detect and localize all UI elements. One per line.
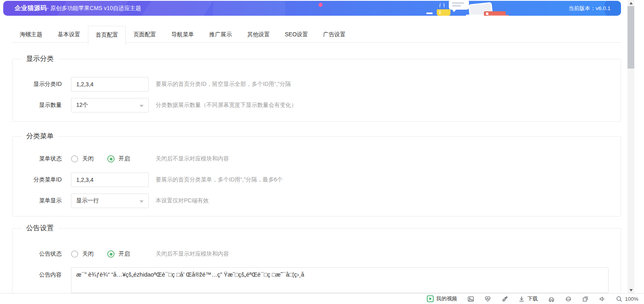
form-row-announcement-status: 公告状态 关闭 开启 关闭后不显示对应模块和内容 [13, 247, 229, 261]
banner-circle-decoration [213, 1, 286, 16]
steam-icon [443, 3, 445, 8]
tab-page-config[interactable]: 页面配置 [126, 26, 164, 43]
ie-swirl-icon [565, 296, 572, 302]
radio-label[interactable]: 关闭 [82, 155, 94, 162]
radio-icon[interactable] [71, 250, 78, 258]
display-count-select[interactable]: 12个 [71, 98, 149, 112]
field-label: 公告状态 [13, 250, 62, 258]
my-videos-label[interactable]: 我的视频 [436, 295, 457, 302]
radio-option-off[interactable]: 关闭 [71, 155, 94, 162]
field-label: 菜单状态 [13, 155, 62, 162]
screenshot-button[interactable] [467, 296, 474, 302]
download-icon [518, 296, 525, 302]
tab-other-settings[interactable]: 其他设置 [240, 26, 277, 43]
chat-bubble-tail [452, 9, 456, 12]
radio-option-off[interactable]: 关闭 [71, 250, 94, 258]
field-hint: 分类数据展示数量（不同屏幕宽度下显示数量会有变化） [156, 102, 297, 109]
radio-option-on[interactable]: 开启 [107, 250, 130, 258]
picture-icon [467, 296, 474, 302]
field-label: 公告内容 [13, 267, 62, 282]
page-zoom-control[interactable]: 100% [616, 296, 638, 302]
vertical-scrollbar[interactable] [627, 0, 634, 293]
radio-label[interactable]: 开启 [119, 155, 130, 162]
tab-seo-settings[interactable]: SEO设置 [277, 26, 315, 43]
compat-mode-button[interactable] [565, 296, 572, 302]
announcement-content-textarea[interactable]: æ¯” è¾ƒè¾“ “å…¥çš„ézhidaoªŒè¯□ç □å’ Œå®ž… [71, 267, 609, 293]
section-legend: 分类菜单 [22, 131, 58, 141]
brand-name: 企业猫源码 [15, 4, 47, 12]
pink-dot-decoration [319, 3, 323, 7]
tab-promo-display[interactable]: 推广展示 [202, 26, 240, 43]
zoom-level-label[interactable]: 100% [625, 296, 638, 302]
field-label: 显示分类ID [13, 81, 62, 88]
chevron-down-icon [140, 105, 144, 107]
select-value: 12个 [76, 102, 88, 109]
scroll-down-arrow[interactable] [627, 287, 634, 293]
app-title: 企业猫源码 - 原创多功能苹果CMS v10自适应主题 [15, 1, 141, 16]
section-legend: 公告设置 [22, 223, 58, 233]
download-label[interactable]: 下载 [527, 295, 538, 302]
reading-mode-icon [582, 296, 589, 302]
magnifier-icon [616, 296, 623, 302]
radio-icon-checked[interactable] [107, 250, 115, 258]
field-label: 显示数量 [13, 102, 62, 109]
browser-status-bar: 我的视频 下载 [0, 293, 644, 304]
menu-display-select[interactable]: 显示一行 [71, 194, 149, 208]
category-ids-input[interactable] [71, 77, 149, 92]
car-icon [548, 296, 555, 302]
radio-icon-checked[interactable] [107, 155, 115, 162]
tab-ad-settings[interactable]: 广告设置 [315, 26, 353, 43]
field-label: 菜单显示 [13, 197, 62, 204]
select-value: 显示一行 [76, 197, 99, 204]
saucer-decoration [426, 12, 433, 14]
field-hint: 要展示的首页分类ID，留空显示全部，多个ID用“,”分隔 [156, 81, 291, 88]
rocket-icon [501, 296, 508, 302]
play-video-icon [427, 295, 434, 302]
steam-icon [439, 3, 441, 8]
coffee-mug-icon [437, 9, 450, 16]
field-label: 分类菜单ID [13, 176, 62, 183]
version-label: 当前版本：v6.0.1 [569, 1, 611, 16]
menu-ids-input[interactable] [71, 173, 149, 187]
brand-subtitle: - 原创多功能苹果CMS v10自适应主题 [47, 5, 141, 12]
radio-option-on[interactable]: 开启 [107, 155, 130, 162]
chat-bubble-icon [449, 1, 469, 10]
announcement-status-radio-group: 关闭 开启 [71, 250, 144, 258]
tab-hailuo-theme[interactable]: 海螺主题 [12, 26, 50, 43]
reading-mode-button[interactable] [582, 296, 589, 302]
banner-streak-decoration [129, 1, 221, 16]
car-mode-button[interactable] [548, 296, 555, 302]
section-announcement: 公告设置 公告状态 关闭 开启 关闭后不显示对应模块和内容 公告内容 æ¯” è… [12, 228, 621, 294]
health-mode-button[interactable] [484, 296, 491, 302]
tab-home-config[interactable]: 首页配置 [88, 26, 126, 45]
field-hint: 本设置仅对PC端有效 [156, 197, 208, 204]
tab-basic-settings[interactable]: 基本设置 [50, 26, 88, 43]
download-button[interactable]: 下载 [518, 295, 538, 302]
field-hint: 要展示的首页分类菜单，多个ID用“,”分隔，最多6个 [156, 176, 283, 183]
chevron-down-icon [140, 200, 144, 203]
section-legend: 显示分类 [22, 54, 58, 63]
page: 企业猫源码 - 原创多功能苹果CMS v10自适应主题 当前版本：v6.0.1 … [0, 0, 644, 304]
form-row-menu-ids: 分类菜单ID 要展示的首页分类菜单，多个ID用“,”分隔，最多6个 [13, 173, 283, 187]
tab-bar: 海螺主题 基本设置 首页配置 页面配置 导航菜单 推广展示 其他设置 SEO设置… [12, 26, 621, 43]
mute-button[interactable] [599, 296, 606, 302]
form-row-menu-display: 菜单显示 显示一行 本设置仅对PC端有效 [13, 194, 208, 208]
form-row-category-ids: 显示分类ID 要展示的首页分类ID，留空显示全部，多个ID用“,”分隔 [13, 77, 291, 92]
heartbeat-icon [484, 296, 491, 302]
scroll-up-arrow[interactable] [627, 0, 634, 6]
form-row-menu-status: 菜单状态 关闭 开启 关闭后不显示对应模块和内容 [13, 152, 229, 166]
section-display-category: 显示分类 显示分类ID 要展示的首页分类ID，留空显示全部，多个ID用“,”分隔… [12, 59, 621, 122]
speaker-icon [599, 296, 606, 302]
triangle-down-icon [629, 289, 633, 292]
triangle-up-icon [629, 2, 633, 4]
radio-label[interactable]: 开启 [119, 250, 130, 258]
form-row-display-count: 显示数量 12个 分类数据展示数量（不同屏幕宽度下显示数量会有变化） [13, 98, 297, 112]
tab-nav-menu[interactable]: 导航菜单 [164, 26, 202, 43]
app-banner: 企业猫源码 - 原创多功能苹果CMS v10自适应主题 当前版本：v6.0.1 [3, 1, 621, 16]
radio-label[interactable]: 关闭 [82, 250, 94, 258]
speed-boost-button[interactable] [501, 296, 508, 302]
scrollbar-thumb[interactable] [627, 6, 634, 69]
radio-icon[interactable] [71, 155, 78, 162]
section-category-menu: 分类菜单 菜单状态 关闭 开启 关闭后不显示对应模块和内容 分类菜单ID 要展示… [12, 136, 621, 217]
my-videos-button[interactable]: 我的视频 [427, 295, 457, 302]
